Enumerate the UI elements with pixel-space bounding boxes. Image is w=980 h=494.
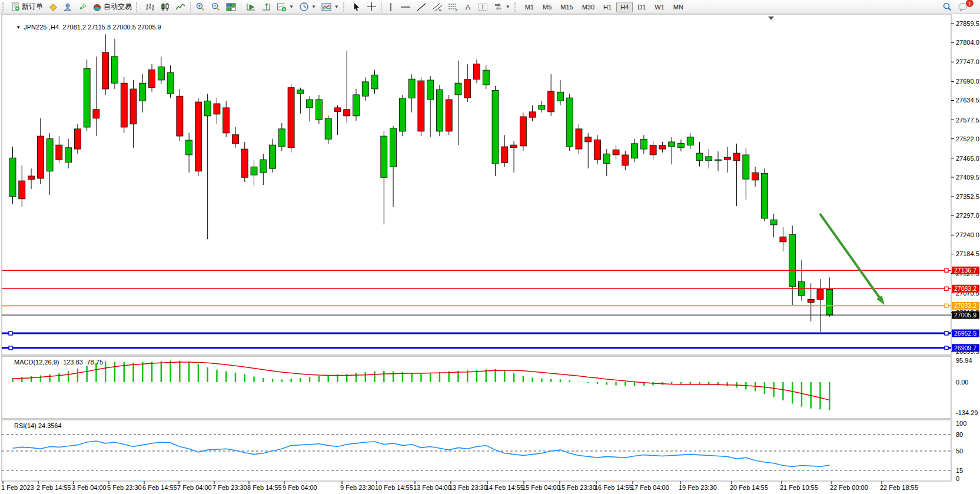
timeframe-m15[interactable]: M15 [556, 2, 577, 12]
zoom-out-icon [211, 2, 221, 12]
candle-body [334, 108, 341, 111]
candle-body [325, 118, 331, 139]
chart-plot[interactable]: 27859.527804.027747.027690.027634.527577… [0, 14, 980, 494]
horizontal-line-icon [400, 2, 411, 12]
timeframe-h1[interactable]: H1 [599, 2, 616, 12]
templates-button[interactable]: ▼ [319, 1, 341, 12]
line-handle [9, 346, 12, 350]
autotrading-icon [92, 2, 102, 12]
candle-body [102, 52, 109, 89]
line-chart-icon [175, 2, 185, 12]
line-handle [945, 331, 948, 335]
shapes-button[interactable]: ▼ [491, 1, 513, 12]
candle-body [121, 83, 127, 127]
periods-button[interactable]: ▼ [297, 1, 318, 12]
price-tick-label: 27859.5 [956, 20, 979, 27]
candle-body [167, 72, 174, 94]
text-button[interactable]: A [461, 1, 474, 12]
timeframe-h4[interactable]: H4 [616, 2, 633, 12]
equidistant-channel-button[interactable]: E [430, 1, 445, 12]
horizontal-line-button[interactable] [398, 1, 413, 12]
chart-shift-button[interactable] [259, 1, 274, 12]
timeframe-m30[interactable]: M30 [578, 2, 599, 12]
candle-body [307, 100, 313, 108]
signal-icon [78, 2, 87, 12]
svg-text:E: E [439, 8, 441, 12]
candle-body [640, 139, 647, 149]
search-icon [942, 2, 952, 12]
candle-body [278, 129, 285, 147]
time-tick-label: 20 Feb 14:55 [730, 484, 768, 491]
bar-chart-button[interactable] [142, 1, 157, 12]
timeframe-w1[interactable]: W1 [650, 2, 669, 12]
cursor-button[interactable] [350, 1, 364, 12]
svg-text:A: A [465, 3, 470, 12]
time-tick-label: 7 Feb 23:30 [212, 484, 247, 491]
fibonacci-button[interactable]: F [446, 1, 461, 12]
candle-body [223, 108, 230, 133]
candle-body [149, 70, 155, 88]
accounts-button[interactable] [61, 1, 75, 12]
candle-body [427, 80, 434, 100]
toolbar-drag-handle[interactable] [514, 2, 519, 12]
time-axis[interactable]: 1 Feb 20232 Feb 14:553 Feb 04:005 Feb 23… [1, 481, 918, 491]
search-button[interactable] [940, 1, 955, 12]
candle-body [548, 91, 554, 112]
new-order-button[interactable]: 新订单 [9, 1, 45, 12]
profile-icon [63, 2, 72, 12]
candle-body [770, 220, 777, 225]
zoom-in-button[interactable] [193, 1, 208, 12]
line-price-tag-text: 27083.2 [954, 285, 976, 292]
candle-body [501, 147, 508, 163]
timeframe-d1[interactable]: D1 [633, 2, 650, 12]
toolbar-drag-handle[interactable] [2, 2, 7, 12]
toolbar-drag-handle[interactable] [343, 2, 348, 12]
chat-button[interactable]: 1 [955, 1, 971, 12]
timeframe-mn[interactable]: MN [669, 2, 687, 12]
candle-body [260, 160, 267, 173]
candle-body [353, 95, 359, 116]
chevron-down-icon: ▼ [311, 4, 316, 9]
signals-button[interactable] [75, 1, 89, 12]
candle-body [669, 142, 675, 147]
candle-body [724, 157, 730, 160]
macd-pane[interactable] [2, 356, 951, 419]
zoom-out-button[interactable] [208, 1, 223, 12]
candle-body [576, 129, 582, 149]
text-label-button[interactable]: T [475, 1, 490, 12]
timeframe-m1[interactable]: M1 [521, 2, 538, 12]
candle-body [752, 173, 759, 180]
diamond-icon [48, 2, 58, 12]
time-tick-label: 22 Feb 18:55 [880, 484, 918, 491]
time-tick-label: 7 Feb 04:00 [177, 484, 212, 491]
vertical-line-button[interactable] [384, 1, 397, 12]
chart-canvas[interactable]: 27859.527804.027747.027690.027634.527577… [0, 14, 980, 494]
line-price-tag-text: 27136.7 [954, 267, 976, 274]
candle-body [344, 110, 350, 116]
timeframe-m5[interactable]: M5 [539, 2, 556, 12]
auto-scroll-button[interactable] [244, 1, 258, 12]
trendline-button[interactable] [414, 1, 429, 12]
candlestick-chart-button[interactable] [158, 1, 172, 12]
macd-scale-label: -134.29 [956, 409, 978, 416]
candle-body [232, 135, 238, 144]
price-tick-label: 27297.0 [956, 212, 979, 219]
candle-body [715, 160, 722, 161]
autotrading-button[interactable]: 自动交易 [90, 1, 134, 12]
bar-chart-icon [145, 2, 155, 12]
toolbar-drag-handle[interactable] [136, 2, 141, 12]
crosshair-button[interactable] [364, 1, 379, 12]
candle-body [687, 137, 693, 145]
candle-body [743, 155, 749, 179]
indicators-button[interactable]: ▼ [274, 1, 296, 12]
tile-windows-button[interactable] [224, 1, 238, 12]
market-watch-button[interactable] [46, 1, 60, 12]
candle-body [436, 89, 443, 131]
candle-body [464, 79, 471, 98]
candle-body [650, 145, 656, 155]
trendline-icon [416, 2, 427, 12]
candle-body [297, 90, 304, 94]
line-chart-button[interactable] [173, 1, 188, 12]
rsi-pane[interactable] [2, 420, 951, 481]
candle-body [130, 89, 137, 124]
